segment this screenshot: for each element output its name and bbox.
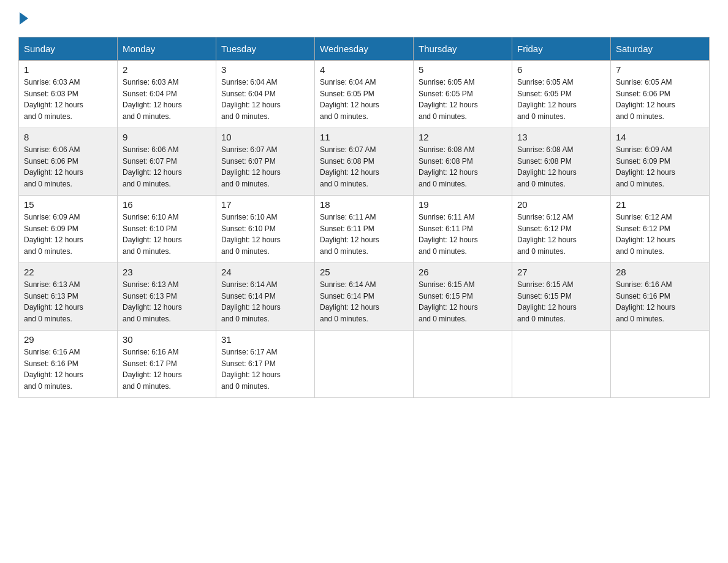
day-info: Sunrise: 6:05 AMSunset: 6:05 PMDaylight:… xyxy=(517,77,605,122)
calendar-day-cell: 10Sunrise: 6:07 AMSunset: 6:07 PMDayligh… xyxy=(216,128,315,196)
weekday-header-wednesday: Wednesday xyxy=(315,37,414,61)
day-number: 22 xyxy=(24,267,112,277)
calendar-day-cell: 23Sunrise: 6:13 AMSunset: 6:13 PMDayligh… xyxy=(118,263,216,331)
calendar-week-row: 22Sunrise: 6:13 AMSunset: 6:13 PMDayligh… xyxy=(19,263,710,331)
calendar-header-row: SundayMondayTuesdayWednesdayThursdayFrid… xyxy=(19,37,710,61)
day-info: Sunrise: 6:15 AMSunset: 6:15 PMDaylight:… xyxy=(419,279,507,324)
day-number: 17 xyxy=(221,199,309,210)
calendar-day-cell: 26Sunrise: 6:15 AMSunset: 6:15 PMDayligh… xyxy=(414,263,512,331)
calendar-day-cell xyxy=(512,331,611,398)
day-number: 21 xyxy=(616,199,704,210)
calendar-day-cell: 11Sunrise: 6:07 AMSunset: 6:08 PMDayligh… xyxy=(315,128,414,196)
calendar-day-cell: 16Sunrise: 6:10 AMSunset: 6:10 PMDayligh… xyxy=(118,196,216,263)
calendar-day-cell xyxy=(414,331,512,398)
day-number: 18 xyxy=(320,199,408,210)
day-number: 12 xyxy=(419,132,507,142)
logo xyxy=(18,12,29,25)
day-info: Sunrise: 6:07 AMSunset: 6:08 PMDaylight:… xyxy=(320,144,408,190)
day-number: 3 xyxy=(221,64,309,75)
calendar-day-cell: 6Sunrise: 6:05 AMSunset: 6:05 PMDaylight… xyxy=(512,61,611,128)
calendar-day-cell: 31Sunrise: 6:17 AMSunset: 6:17 PMDayligh… xyxy=(216,331,315,398)
calendar-day-cell: 27Sunrise: 6:15 AMSunset: 6:15 PMDayligh… xyxy=(512,263,611,331)
calendar-day-cell: 21Sunrise: 6:12 AMSunset: 6:12 PMDayligh… xyxy=(611,196,710,263)
weekday-header-tuesday: Tuesday xyxy=(216,37,315,61)
day-number: 9 xyxy=(123,132,211,142)
calendar-day-cell: 7Sunrise: 6:05 AMSunset: 6:06 PMDaylight… xyxy=(611,61,710,128)
calendar-day-cell: 29Sunrise: 6:16 AMSunset: 6:16 PMDayligh… xyxy=(19,331,118,398)
calendar-day-cell: 12Sunrise: 6:08 AMSunset: 6:08 PMDayligh… xyxy=(414,128,512,196)
day-number: 29 xyxy=(24,334,112,345)
day-number: 31 xyxy=(221,334,309,345)
page-header xyxy=(18,12,710,25)
day-number: 24 xyxy=(221,267,309,277)
calendar-day-cell: 18Sunrise: 6:11 AMSunset: 6:11 PMDayligh… xyxy=(315,196,414,263)
calendar-day-cell: 28Sunrise: 6:16 AMSunset: 6:16 PMDayligh… xyxy=(611,263,710,331)
day-number: 30 xyxy=(123,334,211,345)
day-info: Sunrise: 6:16 AMSunset: 6:16 PMDaylight:… xyxy=(24,347,112,392)
day-info: Sunrise: 6:03 AMSunset: 6:03 PMDaylight:… xyxy=(24,77,112,122)
weekday-header-thursday: Thursday xyxy=(414,37,512,61)
day-number: 26 xyxy=(419,267,507,277)
day-info: Sunrise: 6:06 AMSunset: 6:06 PMDaylight:… xyxy=(24,144,112,190)
calendar-day-cell: 9Sunrise: 6:06 AMSunset: 6:07 PMDaylight… xyxy=(118,128,216,196)
calendar-day-cell: 1Sunrise: 6:03 AMSunset: 6:03 PMDaylight… xyxy=(19,61,118,128)
calendar-week-row: 1Sunrise: 6:03 AMSunset: 6:03 PMDaylight… xyxy=(19,61,710,128)
day-info: Sunrise: 6:11 AMSunset: 6:11 PMDaylight:… xyxy=(320,212,408,257)
day-number: 2 xyxy=(123,64,211,75)
calendar-day-cell: 4Sunrise: 6:04 AMSunset: 6:05 PMDaylight… xyxy=(315,61,414,128)
day-info: Sunrise: 6:07 AMSunset: 6:07 PMDaylight:… xyxy=(221,144,309,190)
weekday-header-saturday: Saturday xyxy=(611,37,710,61)
day-info: Sunrise: 6:04 AMSunset: 6:05 PMDaylight:… xyxy=(320,77,408,122)
day-info: Sunrise: 6:05 AMSunset: 6:05 PMDaylight:… xyxy=(419,77,507,122)
day-info: Sunrise: 6:06 AMSunset: 6:07 PMDaylight:… xyxy=(123,144,211,190)
day-number: 7 xyxy=(616,64,704,75)
day-number: 25 xyxy=(320,267,408,277)
day-info: Sunrise: 6:09 AMSunset: 6:09 PMDaylight:… xyxy=(24,212,112,257)
day-number: 10 xyxy=(221,132,309,142)
day-info: Sunrise: 6:05 AMSunset: 6:06 PMDaylight:… xyxy=(616,77,704,122)
day-info: Sunrise: 6:13 AMSunset: 6:13 PMDaylight:… xyxy=(24,279,112,324)
calendar-day-cell: 25Sunrise: 6:14 AMSunset: 6:14 PMDayligh… xyxy=(315,263,414,331)
day-info: Sunrise: 6:14 AMSunset: 6:14 PMDaylight:… xyxy=(320,279,408,324)
calendar-day-cell: 3Sunrise: 6:04 AMSunset: 6:04 PMDaylight… xyxy=(216,61,315,128)
calendar-day-cell xyxy=(611,331,710,398)
day-info: Sunrise: 6:11 AMSunset: 6:11 PMDaylight:… xyxy=(419,212,507,257)
day-info: Sunrise: 6:14 AMSunset: 6:14 PMDaylight:… xyxy=(221,279,309,324)
day-number: 4 xyxy=(320,64,408,75)
day-info: Sunrise: 6:08 AMSunset: 6:08 PMDaylight:… xyxy=(419,144,507,190)
weekday-header-sunday: Sunday xyxy=(19,37,118,61)
day-number: 1 xyxy=(24,64,112,75)
day-info: Sunrise: 6:08 AMSunset: 6:08 PMDaylight:… xyxy=(517,144,605,190)
calendar-day-cell: 30Sunrise: 6:16 AMSunset: 6:17 PMDayligh… xyxy=(118,331,216,398)
calendar-day-cell: 19Sunrise: 6:11 AMSunset: 6:11 PMDayligh… xyxy=(414,196,512,263)
calendar-day-cell: 20Sunrise: 6:12 AMSunset: 6:12 PMDayligh… xyxy=(512,196,611,263)
calendar-day-cell: 8Sunrise: 6:06 AMSunset: 6:06 PMDaylight… xyxy=(19,128,118,196)
day-info: Sunrise: 6:17 AMSunset: 6:17 PMDaylight:… xyxy=(221,347,309,392)
day-number: 8 xyxy=(24,132,112,142)
calendar-day-cell: 15Sunrise: 6:09 AMSunset: 6:09 PMDayligh… xyxy=(19,196,118,263)
day-info: Sunrise: 6:12 AMSunset: 6:12 PMDaylight:… xyxy=(616,212,704,257)
day-number: 5 xyxy=(419,64,507,75)
day-info: Sunrise: 6:10 AMSunset: 6:10 PMDaylight:… xyxy=(123,212,211,257)
day-number: 27 xyxy=(517,267,605,277)
day-number: 13 xyxy=(517,132,605,142)
calendar-table: SundayMondayTuesdayWednesdayThursdayFrid… xyxy=(18,37,710,398)
calendar-body: 1Sunrise: 6:03 AMSunset: 6:03 PMDaylight… xyxy=(19,61,710,398)
calendar-week-row: 15Sunrise: 6:09 AMSunset: 6:09 PMDayligh… xyxy=(19,196,710,263)
day-info: Sunrise: 6:09 AMSunset: 6:09 PMDaylight:… xyxy=(616,144,704,190)
calendar-day-cell: 2Sunrise: 6:03 AMSunset: 6:04 PMDaylight… xyxy=(118,61,216,128)
weekday-header-friday: Friday xyxy=(512,37,611,61)
day-info: Sunrise: 6:12 AMSunset: 6:12 PMDaylight:… xyxy=(517,212,605,257)
day-number: 6 xyxy=(517,64,605,75)
day-number: 28 xyxy=(616,267,704,277)
weekday-header-monday: Monday xyxy=(118,37,216,61)
day-info: Sunrise: 6:15 AMSunset: 6:15 PMDaylight:… xyxy=(517,279,605,324)
calendar-day-cell: 22Sunrise: 6:13 AMSunset: 6:13 PMDayligh… xyxy=(19,263,118,331)
calendar-week-row: 8Sunrise: 6:06 AMSunset: 6:06 PMDaylight… xyxy=(19,128,710,196)
calendar-day-cell xyxy=(315,331,414,398)
day-info: Sunrise: 6:03 AMSunset: 6:04 PMDaylight:… xyxy=(123,77,211,122)
day-number: 23 xyxy=(123,267,211,277)
logo-arrow-icon xyxy=(20,12,28,25)
calendar-day-cell: 17Sunrise: 6:10 AMSunset: 6:10 PMDayligh… xyxy=(216,196,315,263)
calendar-day-cell: 13Sunrise: 6:08 AMSunset: 6:08 PMDayligh… xyxy=(512,128,611,196)
